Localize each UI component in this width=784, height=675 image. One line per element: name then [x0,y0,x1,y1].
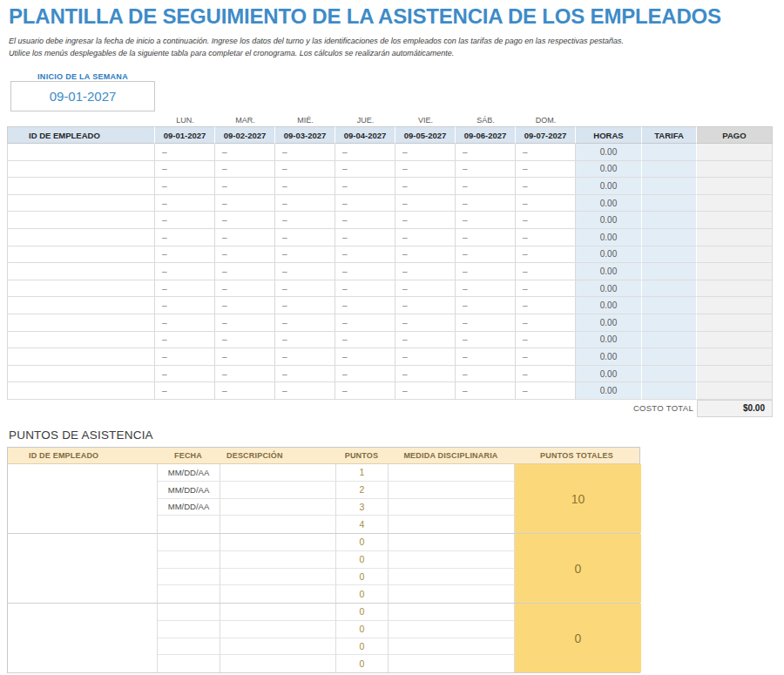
shift-cell[interactable]: – [456,297,516,314]
shift-cell[interactable]: – [155,178,215,195]
rate-cell[interactable] [642,212,697,229]
shift-cell[interactable]: – [215,178,275,195]
shift-cell[interactable]: – [155,314,215,332]
rate-cell[interactable] [642,246,697,264]
shift-cell[interactable]: – [215,263,275,280]
shift-cell[interactable]: – [395,314,456,332]
shift-cell[interactable]: – [215,212,275,229]
shift-cell[interactable]: – [335,332,395,349]
rate-cell[interactable] [642,195,697,213]
shift-cell[interactable]: – [155,348,215,366]
employee-id-cell[interactable] [7,332,155,349]
points-value-cell[interactable]: 0 [336,655,389,672]
points-value-cell[interactable]: 0 [336,621,389,638]
shift-cell[interactable]: – [155,246,215,264]
shift-cell[interactable]: – [395,280,456,298]
shift-cell[interactable]: – [215,144,275,161]
shift-cell[interactable]: – [335,280,395,298]
shift-cell[interactable]: – [456,382,516,400]
shift-cell[interactable]: – [516,178,576,195]
shift-cell[interactable]: – [395,144,456,161]
employee-id-cell[interactable] [7,366,155,383]
shift-cell[interactable]: – [215,195,275,213]
shift-cell[interactable]: – [335,314,395,332]
shift-cell[interactable]: – [215,348,275,366]
shift-cell[interactable]: – [335,144,395,161]
shift-cell[interactable]: – [395,229,456,246]
shift-cell[interactable]: – [335,229,395,246]
shift-cell[interactable]: – [335,348,395,366]
shift-cell[interactable]: – [395,246,456,264]
rate-cell[interactable] [642,348,697,366]
shift-cell[interactable]: – [155,212,215,229]
shift-cell[interactable]: – [516,195,576,213]
shift-cell[interactable]: – [335,246,395,264]
shift-cell[interactable]: – [516,314,576,332]
employee-id-cell[interactable] [7,263,155,280]
shift-cell[interactable]: – [516,366,576,383]
points-date-cell[interactable] [158,655,220,672]
shift-cell[interactable]: – [275,366,335,383]
shift-cell[interactable]: – [516,263,576,280]
employee-id-cell[interactable] [7,144,155,161]
shift-cell[interactable]: – [395,161,456,179]
shift-cell[interactable]: – [275,382,335,400]
points-date-cell[interactable] [158,621,220,638]
rate-cell[interactable] [642,178,697,195]
employee-id-cell[interactable] [7,297,155,314]
shift-cell[interactable]: – [516,382,576,400]
points-disciplinary-cell[interactable] [389,534,515,551]
shift-cell[interactable]: – [335,297,395,314]
shift-cell[interactable]: – [395,263,456,280]
points-value-cell[interactable]: 1 [336,464,389,482]
points-description-cell[interactable] [220,464,336,482]
points-date-cell[interactable]: MM/DD/AA [158,482,220,499]
employee-id-cell[interactable] [7,314,155,332]
points-description-cell[interactable] [220,621,336,638]
points-description-cell[interactable] [220,638,336,656]
points-date-cell[interactable] [158,569,220,586]
points-disciplinary-cell[interactable] [389,621,515,638]
points-description-cell[interactable] [220,516,336,533]
shift-cell[interactable]: – [516,161,576,179]
points-description-cell[interactable] [220,551,336,569]
points-date-cell[interactable]: MM/DD/AA [158,499,220,516]
points-disciplinary-cell[interactable] [389,569,515,586]
points-value-cell[interactable]: 0 [336,585,389,603]
shift-cell[interactable]: – [275,332,335,349]
shift-cell[interactable]: – [516,144,576,161]
shift-cell[interactable]: – [516,246,576,264]
shift-cell[interactable]: – [155,332,215,349]
points-disciplinary-cell[interactable] [389,551,515,569]
employee-id-cell[interactable] [7,229,155,246]
points-description-cell[interactable] [220,569,336,586]
points-disciplinary-cell[interactable] [389,499,515,516]
rate-cell[interactable] [642,382,697,400]
shift-cell[interactable]: – [516,348,576,366]
shift-cell[interactable]: – [456,314,516,332]
points-description-cell[interactable] [220,499,336,516]
points-value-cell[interactable]: 0 [336,638,389,656]
week-start-input[interactable]: 09-01-2027 [10,81,155,111]
shift-cell[interactable]: – [456,178,516,195]
employee-id-cell[interactable] [7,348,155,366]
points-date-cell[interactable] [158,604,220,621]
rate-cell[interactable] [642,161,697,179]
employee-id-cell[interactable] [7,280,155,298]
rate-cell[interactable] [642,297,697,314]
points-disciplinary-cell[interactable] [389,585,515,603]
shift-cell[interactable]: – [155,366,215,383]
shift-cell[interactable]: – [456,246,516,264]
shift-cell[interactable]: – [215,297,275,314]
points-value-cell[interactable]: 3 [336,499,389,516]
points-description-cell[interactable] [220,604,336,621]
shift-cell[interactable]: – [335,178,395,195]
shift-cell[interactable]: – [456,332,516,349]
shift-cell[interactable]: – [335,382,395,400]
shift-cell[interactable]: – [275,229,335,246]
shift-cell[interactable]: – [395,212,456,229]
points-employee-id-cell[interactable] [8,604,158,672]
shift-cell[interactable]: – [395,382,456,400]
points-date-cell[interactable] [158,516,220,533]
shift-cell[interactable]: – [275,348,335,366]
